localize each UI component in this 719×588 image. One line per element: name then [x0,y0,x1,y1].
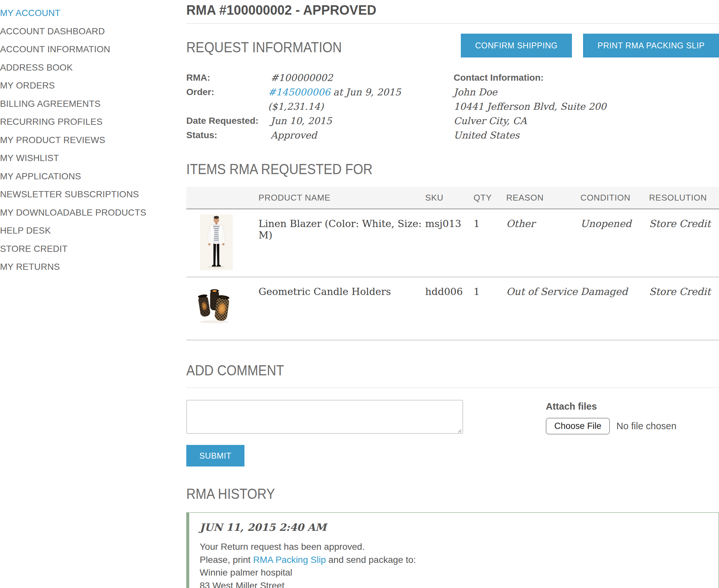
items-heading: ITEMS RMA REQUESTED FOR [186,161,719,178]
sidebar-item-newsletter-subscriptions[interactable]: NEWSLETTER SUBSCRIPTIONS [0,185,165,204]
sidebar-item-my-orders[interactable]: MY ORDERS [0,77,165,95]
contact-name: John Doe [454,85,606,99]
contact-information-block: Contact Information: John Doe 10441 Jeff… [454,70,606,142]
sidebar-item-recurring-profiles[interactable]: RECURRING PROFILES [0,113,165,131]
sidebar-item-my-product-reviews[interactable]: MY PRODUCT REVIEWS [0,131,165,149]
date-requested-value: Jun 10, 2015 [271,114,332,128]
sidebar-item-address-book[interactable]: ADDRESS BOOK [0,59,165,77]
product-sku: hdd006 [425,277,473,340]
order-label: Order: [186,85,268,114]
account-sidebar: MY ACCOUNT ACCOUNT DASHBOARD ACCOUNT INF… [0,4,165,276]
product-condition: Unopened [580,209,649,277]
rma-history-heading: RMA HISTORY [186,485,719,502]
product-condition: Damaged [580,277,649,340]
col-sku: SKU [425,187,473,209]
product-sku: msj013 [425,209,473,277]
sidebar-item-store-credit[interactable]: STORE CREDIT [0,240,165,258]
product-reason: Other [506,209,580,277]
linen-blazer-product-photo [200,215,233,270]
sidebar-item-my-account[interactable]: MY ACCOUNT [0,4,165,22]
attach-files-block: Attach files Choose File No file chosen [546,400,677,435]
table-row-linen-blazer: Linen Blazer (Color: White, Size: M) msj… [186,209,719,277]
history-address-name: Winnie palmer hospital [200,566,708,579]
rma-items-table: PRODUCT NAME SKU QTY REASON CONDITION RE… [186,187,719,340]
no-file-chosen-text: No file chosen [616,421,677,432]
col-condition: CONDITION [580,187,649,209]
sidebar-item-my-returns[interactable]: MY RETURNS [0,258,165,276]
submit-comment-button[interactable]: SUBMIT [186,445,244,466]
sidebar-item-my-applications[interactable]: MY APPLICATIONS [0,167,165,186]
choose-file-button[interactable]: Choose File [546,418,610,435]
sidebar-item-billing-agreements[interactable]: BILLING AGREEMENTS [0,95,165,113]
col-product-name: PRODUCT NAME [258,187,425,209]
product-name: Geometric Candle Holders [258,277,425,340]
sidebar-item-my-downloadable-products[interactable]: MY DOWNLOADABLE PRODUCTS [0,204,165,222]
contact-city: Culver City, CA [454,114,606,128]
history-address-street: 83 West Miller Street [200,579,708,588]
request-information-heading: REQUEST INFORMATION [186,39,363,56]
date-requested-field: Date Requested: Jun 10, 2015 [186,114,454,128]
rma-packing-slip-link[interactable]: RMA Packing Slip [253,555,326,565]
rma-detail-main: RMA #100000002 - APPROVED REQUEST INFORM… [186,0,719,588]
sidebar-item-account-dashboard[interactable]: ACCOUNT DASHBOARD [0,22,165,41]
add-comment-heading: ADD COMMENT [186,362,719,379]
table-row-candle-holders: Geometric Candle Holders hdd006 1 Out of… [186,277,719,340]
product-reason: Out of Service [506,277,580,340]
items-table-header-row: PRODUCT NAME SKU QTY REASON CONDITION RE… [186,187,719,209]
rma-history-entry: JUN 11, 2015 2:40 AM Your Return request… [186,512,719,588]
date-requested-label: Date Requested: [186,114,271,128]
col-image [186,187,258,209]
col-resolution: RESOLUTION [649,187,719,209]
status-value: Approved [271,128,317,142]
rma-field: RMA: #100000002 [186,70,454,85]
history-print-line: Please, print RMA Packing Slip and send … [200,553,708,566]
attach-files-label: Attach files [546,401,677,412]
history-approved-line: Your Return request has been approved. [200,540,708,553]
contact-country: United States [454,128,606,142]
candle-holders-product-photo [196,286,235,324]
contact-street: 10441 Jefferson Blvd, Suite 200 [454,99,606,114]
status-label: Status: [186,128,271,142]
product-resolution: Store Credit [649,209,719,277]
contact-information-label: Contact Information: [454,70,606,85]
product-resolution: Store Credit [649,277,719,340]
col-qty: QTY [473,187,506,209]
sidebar-item-my-wishlist[interactable]: MY WISHLIST [0,149,165,167]
history-entry-date: JUN 11, 2015 2:40 AM [200,521,708,533]
sidebar-item-account-information[interactable]: ACCOUNT INFORMATION [0,40,165,59]
col-reason: REASON [506,187,580,209]
product-name: Linen Blazer (Color: White, Size: M) [258,209,425,277]
rma-value: #100000002 [271,70,333,85]
status-field: Status: Approved [186,128,454,142]
product-qty: 1 [473,209,506,277]
order-number-link[interactable]: #145000006 [268,87,330,98]
product-qty: 1 [473,277,506,340]
comment-textarea[interactable] [186,400,463,434]
print-rma-packing-slip-button[interactable]: PRINT RMA PACKING SLIP [583,34,719,58]
request-info-block: RMA: #100000002 Order: #145000006 at Jun… [186,70,719,142]
confirm-shipping-button[interactable]: CONFIRM SHIPPING [461,34,572,58]
page-title: RMA #100000002 - APPROVED [186,2,719,24]
order-field: Order: #145000006 at Jun 9, 2015 ($1,231… [186,85,454,114]
rma-label: RMA: [186,70,271,85]
sidebar-item-help-desk[interactable]: HELP DESK [0,222,165,240]
